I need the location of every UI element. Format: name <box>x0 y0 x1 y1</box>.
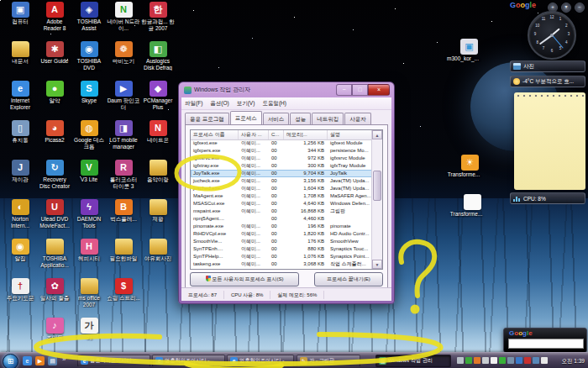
remove-gadget-icon[interactable]: − <box>575 3 585 13</box>
taskbar-button[interactable]: e엄훈혁의조이시티 -... <box>152 355 225 367</box>
clock-gadget[interactable]: 123456789101112 <box>528 11 576 60</box>
process-row[interactable]: npnj5Agent....004,460 KB <box>191 215 372 223</box>
chevron-icon[interactable]: » <box>62 355 66 363</box>
desktop-icon-ilsa-hwalchul[interactable]: ✿일사의 활출 <box>38 278 71 302</box>
process-row[interactable]: SmoothVie...이혜미...00176 KBSmoothView <box>191 238 372 245</box>
process-row[interactable]: igfxext.exe이혜미...001,256 KBigfxext Modul… <box>191 139 372 147</box>
process-row[interactable]: taskeng.exe이혜미...003,068 KB작업 스케줄러... <box>191 260 372 268</box>
scrollbar[interactable]: ▲ ▼ <box>371 130 382 269</box>
desktop-icon-transformers-doc[interactable]: Transforme... <box>457 194 488 218</box>
desktop-icon-mabinogi[interactable]: ❁마비노기 <box>107 41 140 65</box>
desktop-icon-pcmanager-plus[interactable]: ◆PCManager Plus <box>141 81 175 110</box>
desktop-icon-computer[interactable]: ▣컴퓨터 <box>3 2 37 25</box>
desktop-icon-ms-office-2007[interactable]: ms office 2007 <box>72 278 106 308</box>
close-button[interactable]: × <box>368 84 390 96</box>
process-row[interactable]: jusched.exe이혜미...001,604 KBJava(TM) Upda… <box>191 185 372 192</box>
column-header[interactable]: 메모리[... <box>284 130 328 139</box>
tray-v3-icon[interactable] <box>499 357 506 364</box>
tab-프로세스[interactable]: 프로세스 <box>230 111 262 124</box>
task-manager-window[interactable]: Windows 작업 관리자 − □ × 파일(F)옵션(O)보기(V)도움말(… <box>178 81 395 304</box>
process-row[interactable]: SynTPEnh....이혜미...00880 KBSynaptics Touc… <box>191 245 372 253</box>
minimize-button[interactable]: − <box>336 84 352 96</box>
desktop-icon-alzip[interactable]: ◉알집 <box>3 239 37 262</box>
desktop-icon-rollercoaster-tycoon-3[interactable]: R롤러코스터 타이쿤 3 <box>107 160 140 189</box>
taskbar-clock[interactable]: 오전 1:39 <box>562 353 585 368</box>
photos-gadget[interactable]: 사진 <box>510 60 585 72</box>
menu-item[interactable]: 파일(F) <box>185 100 202 108</box>
desktop-icon-joytalk[interactable]: ♪조이톡 <box>38 318 71 341</box>
desktop-icon-hangul-2007[interactable]: 한한글과컴... 한글 2007 <box>141 2 175 31</box>
desktop-icon-nateon[interactable]: N네이트온 <box>141 120 175 144</box>
maximize-button[interactable]: □ <box>352 84 368 96</box>
desktop-icon-shopping-street[interactable]: $쇼핑 스트리... <box>107 278 140 302</box>
process-row[interactable]: igfxsrvc.exe이혜미...00972 KBigfxsrvc Modul… <box>191 155 372 162</box>
process-row[interactable]: igfxtray.exe이혜미...00300 KBigfxTray Modul… <box>191 162 372 170</box>
column-header[interactable]: 사용자 ... <box>239 130 269 139</box>
desktop-icon-toshiba-dvd-player[interactable]: ◉TOSHIBA DVD PLAYER <box>72 41 106 71</box>
cpu-meter-gadget[interactable]: CPU: 8% <box>510 192 585 204</box>
scroll-down-icon[interactable]: ▼ <box>372 260 382 269</box>
process-row[interactable]: RtHDVCpl.exe이혜미...001,820 KBHD Audio Con… <box>191 230 372 238</box>
desktop-icon-recovery-disc-creator[interactable]: ↻Recovery Disc Creator <box>38 160 71 189</box>
desktop-icon-v3-lite[interactable]: VV3 Lite <box>72 160 106 183</box>
tray-magnifier-icon[interactable] <box>457 357 464 364</box>
desktop-icon-adobe-reader-8[interactable]: AAdobe Reader 8 <box>38 2 71 31</box>
scroll-up-icon[interactable]: ▲ <box>372 130 382 139</box>
desktop-icon-user-guide[interactable]: ✱User Guide <box>38 41 71 65</box>
google-search-gadget[interactable]: Google <box>503 328 587 353</box>
desktop-icon-ga-document[interactable]: 가가 <box>72 318 106 341</box>
quicklaunch-internet-explorer-icon[interactable]: e <box>23 356 32 365</box>
desktop-icon-toshiba-assist[interactable]: ◈TOSHIBA Assist <box>72 2 106 31</box>
desktop-icon-google-desktop[interactable]: ◍Google 데스크톱 <box>72 120 106 150</box>
tray-green-status-icon[interactable] <box>465 357 472 364</box>
desktop-icon-lgt-mobile-manager[interactable]: ◨LGT mobile manager <box>107 120 140 150</box>
taskbar-button[interactable]: e엄훈혁의조이시티 -... <box>227 355 294 367</box>
desktop-icon-naver-ndrive[interactable]: N네이버 N드라이... <box>107 2 140 31</box>
desktop-icon-skype[interactable]: SSkype <box>72 81 106 104</box>
desktop-icon-daum-potencoder[interactable]: ▶Daum 팟인코더 <box>107 81 140 110</box>
taskbar-button[interactable]: e엄훈혁의조이시티 -... <box>77 355 150 367</box>
tab-서비스[interactable]: 서비스 <box>263 113 290 124</box>
desktop-icon-picasa2[interactable]: ◕Picasa2 <box>38 120 71 144</box>
desktop-icon-happycity[interactable]: H헤피시티 <box>72 239 106 262</box>
desktop-icon-ulead-dvd-moviefactory[interactable]: UUlead DVD MovieFact... <box>38 199 71 229</box>
desktop-icon-bugs-player[interactable]: B벅스플레... <box>107 199 140 223</box>
desktop-icon-needed-files[interactable]: 필요한파일 <box>107 239 140 262</box>
process-row[interactable]: mspaint.exe이혜미...0016,868 KB그림판 <box>191 208 372 215</box>
desktop-icon-jeigwan[interactable]: J제이관 <box>3 160 37 183</box>
taskbar-button[interactable]: ✎가 - 그림판 <box>297 355 360 367</box>
tab-성능[interactable]: 성능 <box>290 113 311 124</box>
desktop-icon-toshiba-applications[interactable]: TOSHIBA Applicatio... <box>38 239 71 268</box>
weather-gadget[interactable]: -4°C 부분적으로 흐... <box>510 76 585 87</box>
tab-응용 프로그램[interactable]: 응용 프로그램 <box>185 113 229 124</box>
scrollbar-thumb[interactable] <box>373 171 381 201</box>
quicklaunch-show-desktop-icon[interactable]: ▤ <box>48 356 57 365</box>
window-titlebar[interactable]: Windows 작업 관리자 <box>184 84 250 96</box>
process-row[interactable]: pinomate.exe이혜미...00196 KBpinomate <box>191 223 372 230</box>
desktop-icon-auslogics-disk-defrag[interactable]: ◧Auslogics Disk Defrag <box>141 41 175 71</box>
menu-item[interactable]: 보기(V) <box>237 100 255 108</box>
desktop-icon-m300-kor[interactable]: ▣m300_kor_... <box>454 39 485 62</box>
desktop-icon-my-documents[interactable]: 내문서 <box>3 41 37 65</box>
process-row[interactable]: JoyTalk.exe이혜미...009,704 KBJoyTalk <box>191 170 372 177</box>
process-row[interactable]: jucheck.exe이혜미...003,156 KBJava(TM) Upda… <box>191 177 372 185</box>
desktop-icon-recycle-bin[interactable]: ▯휴지통 <box>3 120 37 144</box>
desktop-icon-main-prayers[interactable]: †주요기도문 <box>3 278 37 302</box>
tray-blue-app-icon[interactable] <box>516 357 522 364</box>
desktop-icon-transformers-avi[interactable]: ☀Transforme... <box>454 155 486 178</box>
process-row[interactable]: MSASCui.exe이혜미...004,640 KBWindows Defen… <box>191 200 372 208</box>
tray-network-icon[interactable] <box>533 357 539 364</box>
desktop-icon-alyac[interactable]: ●알약 <box>38 81 71 104</box>
tab-네트워킹[interactable]: 네트워킹 <box>312 113 344 124</box>
desktop-icon-jewang-folder[interactable]: 제왕 <box>141 199 175 223</box>
quicklaunch-media-player-icon[interactable]: ▶ <box>35 356 45 365</box>
desktop-icon-picnic-photos[interactable]: 야유회사진 <box>141 239 175 262</box>
menu-item[interactable]: 옵션(O) <box>210 100 228 108</box>
tray-gray-app-icon[interactable] <box>482 357 489 364</box>
notes-gadget[interactable] <box>514 92 585 190</box>
desktop-icon-internet-explorer[interactable]: eInternet Explorer <box>3 81 37 110</box>
column-header[interactable]: 프로세스 이름 <box>191 130 239 139</box>
tray-orange-app-icon[interactable] <box>474 357 480 364</box>
search-input[interactable] <box>508 339 584 349</box>
tray-pencil-icon[interactable] <box>491 357 497 364</box>
